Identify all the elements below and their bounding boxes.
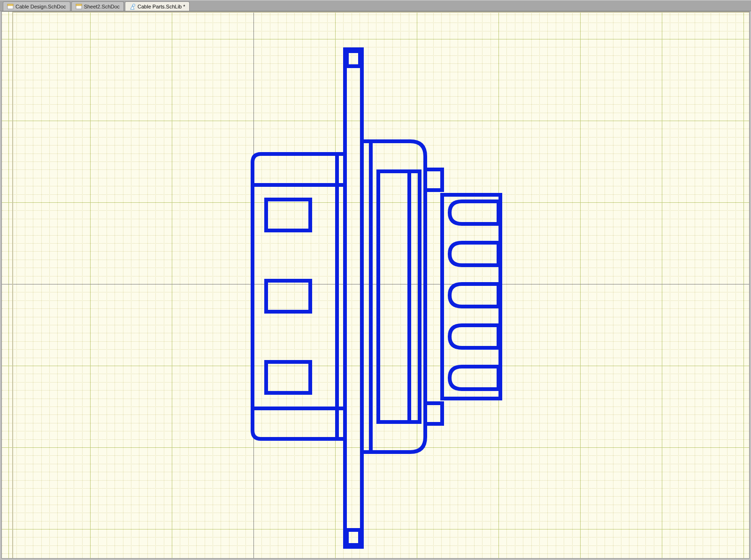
svg-rect-1 (8, 4, 13, 6)
svg-rect-14 (266, 362, 310, 393)
tab-label: Cable Design.SchDoc (15, 4, 66, 9)
document-tab-bar: Cable Design.SchDoc Sheet2.SchDoc Cable … (0, 0, 751, 11)
tab-sheet2[interactable]: Sheet2.SchDoc (71, 1, 124, 11)
svg-rect-13 (266, 281, 310, 312)
schdoc-icon (76, 3, 82, 10)
schlib-icon (129, 3, 136, 10)
tab-label: Cable Parts.SchLib * (138, 4, 185, 9)
svg-rect-6 (345, 49, 362, 547)
component-drawing (2, 12, 750, 559)
svg-rect-19 (425, 403, 442, 424)
svg-rect-7 (347, 51, 360, 66)
tab-cable-design[interactable]: Cable Design.SchDoc (3, 1, 70, 11)
svg-rect-18 (425, 169, 442, 190)
schematic-canvas[interactable] (1, 11, 750, 559)
app-root: Cable Design.SchDoc Sheet2.SchDoc Cable … (0, 0, 751, 560)
svg-rect-12 (266, 199, 310, 230)
svg-rect-8 (347, 530, 360, 545)
svg-rect-16 (378, 171, 420, 422)
svg-rect-3 (76, 4, 82, 6)
schdoc-icon (7, 3, 14, 10)
svg-point-5 (133, 4, 135, 6)
tab-cable-parts[interactable]: Cable Parts.SchLib * (125, 1, 190, 11)
tab-label: Sheet2.SchDoc (84, 4, 120, 9)
